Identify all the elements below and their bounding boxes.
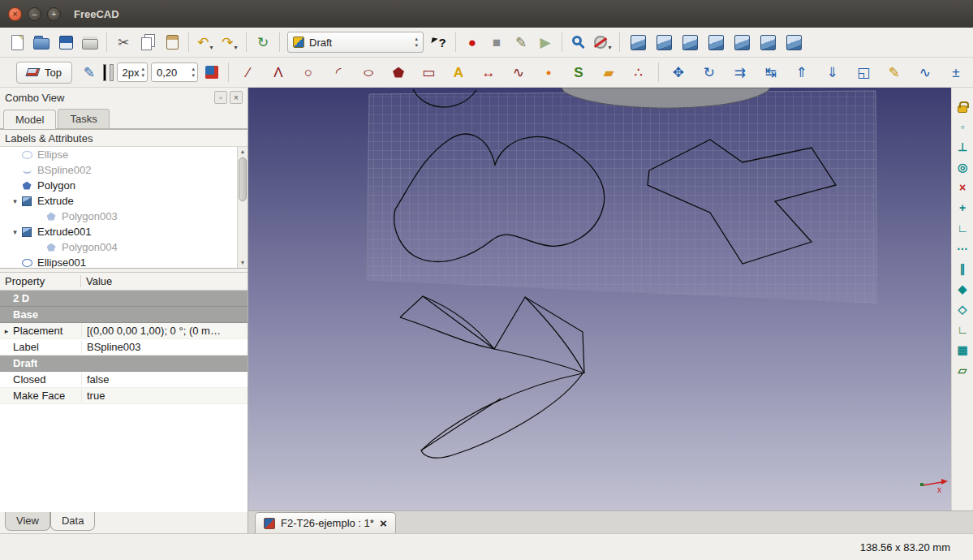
- float-panel-icon[interactable]: ▫: [214, 91, 227, 104]
- snap-lock-icon[interactable]: [954, 97, 972, 115]
- view-bottom-icon[interactable]: [756, 30, 779, 54]
- document-tab[interactable]: F2-T26-ejemplo : 1* ×: [255, 512, 396, 533]
- face-color-swatch[interactable]: [110, 64, 113, 81]
- macro-play-icon[interactable]: ▶: [534, 30, 557, 54]
- zoom-fit-all-icon[interactable]: [567, 30, 590, 54]
- tree-expander-icon[interactable]: ▾: [10, 197, 20, 205]
- workbench-selector[interactable]: Draft ▴▾: [287, 32, 424, 53]
- save-icon[interactable]: [54, 30, 77, 54]
- draft-point-icon[interactable]: ●: [537, 60, 560, 84]
- tree-item[interactable]: Ellipse001: [0, 255, 237, 268]
- draft-wire-to-bspline-icon[interactable]: ∿: [914, 60, 936, 84]
- draft-shapestring-icon[interactable]: S: [567, 60, 590, 84]
- draw-style-icon[interactable]: ▾: [592, 30, 614, 54]
- draft-edit-icon[interactable]: ✎: [883, 60, 906, 84]
- text-scale-spinner[interactable]: 0,20 ▴▾: [151, 62, 198, 82]
- property-value[interactable]: [(0,00 0,00 1,00); 0 °; (0 m…: [81, 325, 248, 337]
- tree-item[interactable]: ▾ Extrude: [0, 193, 237, 209]
- window-close-button[interactable]: ×: [8, 7, 22, 21]
- draft-bspline-icon[interactable]: ∿: [507, 60, 530, 84]
- draft-ellipse-icon[interactable]: ○: [357, 60, 380, 84]
- tab-tasks[interactable]: Tasks: [58, 109, 109, 128]
- combobox-arrows-icon[interactable]: ▴▾: [415, 36, 418, 48]
- draft-wire-icon[interactable]: Λ: [267, 60, 290, 84]
- snap-near-icon[interactable]: ◇: [954, 300, 972, 318]
- snap-endpoint-icon[interactable]: ◦: [954, 118, 972, 136]
- paste-icon[interactable]: [161, 30, 183, 54]
- draft-dimension-icon[interactable]: ↔: [477, 60, 500, 84]
- view-right-icon[interactable]: [704, 30, 727, 54]
- snap-grid-icon[interactable]: ▦: [954, 341, 972, 359]
- scrollbar-thumb[interactable]: [239, 157, 247, 201]
- property-row[interactable]: Make Face true: [0, 388, 248, 404]
- view-top-icon[interactable]: [678, 30, 701, 54]
- close-panel-icon[interactable]: ×: [230, 91, 243, 104]
- cut-icon[interactable]: ✂: [112, 30, 135, 54]
- property-row[interactable]: Label BSpline003: [0, 339, 248, 355]
- snap-parallel-icon[interactable]: ∥: [954, 260, 972, 278]
- macro-edit-icon[interactable]: ✎: [510, 30, 532, 54]
- construction-mode-toggle[interactable]: ✎: [78, 60, 101, 84]
- spinner-arrows-icon[interactable]: ▴▾: [192, 66, 195, 78]
- snap-intersection-icon[interactable]: +: [954, 199, 972, 217]
- snap-angle-icon[interactable]: ×: [954, 179, 972, 196]
- draft-move-icon[interactable]: ✥: [667, 60, 690, 84]
- view-rear-icon[interactable]: [730, 30, 753, 54]
- window-minimize-button[interactable]: –: [28, 7, 41, 21]
- draft-fillet-icon[interactable]: ∴: [627, 60, 650, 84]
- property-row[interactable]: Base: [0, 307, 248, 323]
- snap-special-icon[interactable]: ◆: [954, 280, 972, 298]
- snap-midpoint-icon[interactable]: ⊥: [954, 138, 972, 156]
- draft-upgrade-icon[interactable]: ⇑: [790, 60, 813, 84]
- property-row[interactable]: ▸ Placement [(0,00 0,00 1,00); 0 °; (0 m…: [0, 323, 248, 339]
- draft-trimex-icon[interactable]: ↹: [760, 60, 782, 84]
- close-document-icon[interactable]: ×: [380, 516, 387, 530]
- draft-circle-icon[interactable]: ○: [297, 60, 320, 84]
- view-isometric-icon[interactable]: [626, 30, 649, 54]
- print-icon[interactable]: [79, 30, 101, 54]
- tab-view[interactable]: View: [5, 512, 50, 531]
- draft-add-point-icon[interactable]: ±: [945, 60, 967, 84]
- draft-scale-icon[interactable]: ◱: [852, 60, 875, 84]
- property-value[interactable]: BSpline003: [81, 341, 248, 353]
- draft-text-icon[interactable]: A: [447, 60, 470, 84]
- property-value[interactable]: false: [81, 373, 248, 386]
- tree-item[interactable]: Polygon003: [0, 209, 237, 224]
- draft-downgrade-icon[interactable]: ⇓: [821, 60, 844, 84]
- copy-icon[interactable]: [136, 30, 159, 54]
- macro-record-icon[interactable]: ●: [461, 30, 484, 54]
- draft-polygon-icon[interactable]: [387, 60, 410, 84]
- tree-item[interactable]: ▾ Extrude001: [0, 224, 237, 239]
- draft-rectangle-icon[interactable]: ▭: [417, 60, 440, 84]
- autogroup-button[interactable]: [200, 60, 223, 84]
- snap-ortho-icon[interactable]: ∟: [954, 321, 972, 338]
- 3d-viewport[interactable]: x: [248, 88, 951, 510]
- tree-item[interactable]: Polygon: [0, 178, 237, 193]
- tree-expander-icon[interactable]: ▾: [10, 228, 20, 236]
- scroll-down-icon[interactable]: ▼: [238, 258, 248, 268]
- scroll-up-icon[interactable]: ▲: [238, 147, 248, 157]
- dropdown-arrow-icon[interactable]: ▾: [210, 44, 213, 54]
- tree-item[interactable]: BSpline002: [0, 162, 237, 178]
- snap-perpendicular-icon[interactable]: ∟: [954, 219, 972, 237]
- tab-data[interactable]: Data: [50, 512, 95, 531]
- snap-center-icon[interactable]: ◎: [954, 158, 972, 176]
- undo-icon[interactable]: ↶ ▾: [194, 30, 217, 54]
- draft-facebinder-icon[interactable]: ▰: [597, 60, 620, 84]
- property-expander-icon[interactable]: ▸: [0, 327, 13, 335]
- snap-working-plane-icon[interactable]: ▱: [954, 361, 972, 379]
- property-row[interactable]: Draft: [0, 355, 248, 372]
- property-value[interactable]: true: [81, 390, 248, 402]
- tab-model[interactable]: Model: [3, 110, 56, 129]
- tree-item[interactable]: Ellipse: [0, 147, 237, 162]
- draft-line-icon[interactable]: ∕: [237, 60, 260, 84]
- draft-rotate-icon[interactable]: ↻: [698, 60, 721, 84]
- line-color-swatch[interactable]: [103, 64, 106, 81]
- view-left-icon[interactable]: [782, 30, 805, 54]
- snap-extension-icon[interactable]: ⋯: [954, 239, 972, 257]
- tree-scrollbar[interactable]: ▲ ▼: [237, 147, 248, 268]
- view-front-icon[interactable]: [652, 30, 675, 54]
- working-plane-button[interactable]: Top: [16, 62, 72, 84]
- open-document-icon[interactable]: [30, 30, 53, 54]
- spinner-arrows-icon[interactable]: ▴▾: [141, 66, 144, 78]
